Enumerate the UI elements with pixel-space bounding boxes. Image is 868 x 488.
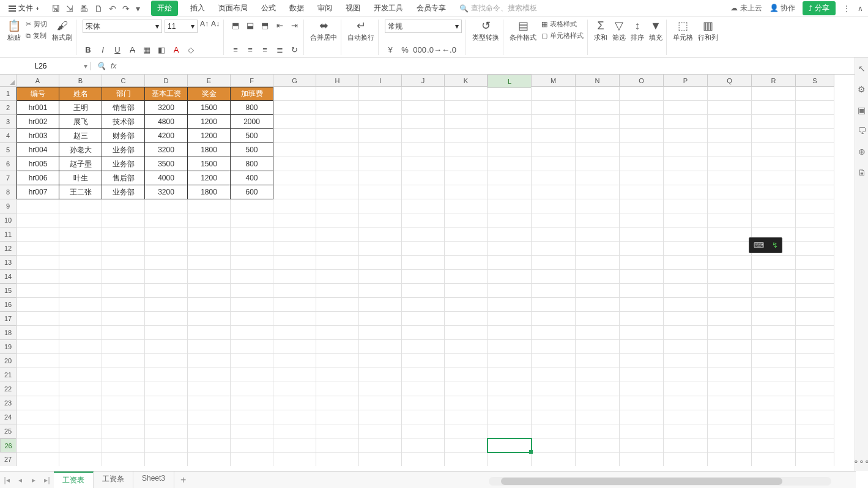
cell-M16[interactable] — [532, 298, 576, 312]
cell-I6[interactable] — [359, 157, 402, 171]
cell-E21[interactable] — [188, 368, 231, 382]
cell-R22[interactable] — [752, 382, 796, 396]
cell-K26[interactable] — [445, 438, 488, 453]
cell-D1[interactable]: 基本工资 — [145, 87, 188, 101]
cell-S23[interactable] — [796, 396, 834, 410]
cell-A7[interactable]: hr006 — [17, 171, 59, 185]
cell-N13[interactable] — [576, 256, 620, 270]
row-header-23[interactable]: 23 — [0, 396, 17, 410]
cell-B1[interactable]: 姓名 — [59, 87, 102, 101]
cell-O27[interactable] — [620, 453, 664, 466]
cell-S3[interactable] — [796, 115, 834, 129]
cell-G9[interactable] — [273, 199, 316, 213]
cell-S11[interactable] — [796, 227, 834, 242]
cell-D27[interactable] — [145, 453, 188, 466]
align-right-icon[interactable]: ≡ — [259, 44, 270, 55]
row-header-14[interactable]: 14 — [0, 270, 17, 284]
cell-F4[interactable]: 500 — [231, 129, 273, 143]
cell-I17[interactable] — [359, 312, 402, 326]
cell-G8[interactable] — [273, 185, 316, 199]
tab-开始[interactable]: 开始 — [151, 1, 178, 16]
cell-K3[interactable] — [445, 115, 488, 129]
col-header-I[interactable]: I — [359, 75, 402, 87]
cell-P16[interactable] — [664, 298, 708, 312]
cell-D25[interactable] — [145, 424, 188, 438]
cell-B23[interactable] — [59, 396, 102, 410]
cell-G7[interactable] — [273, 171, 316, 185]
cell-Q27[interactable] — [708, 453, 752, 466]
cell-A22[interactable] — [17, 382, 59, 396]
cell-F25[interactable] — [231, 424, 273, 438]
tab-视图[interactable]: 视图 — [344, 1, 362, 16]
cell-B20[interactable] — [59, 354, 102, 368]
cell-I7[interactable] — [359, 171, 402, 185]
cell-C12[interactable] — [102, 242, 145, 256]
cell-B9[interactable] — [59, 199, 102, 213]
collab-button[interactable]: 👤 协作 — [770, 3, 795, 13]
cell-C5[interactable]: 业务部 — [102, 143, 145, 157]
cell-F27[interactable] — [231, 453, 273, 466]
cell-L6[interactable] — [488, 157, 532, 171]
number-format-select[interactable]: 常规▾ — [385, 20, 462, 33]
cell-K12[interactable] — [445, 242, 488, 256]
cell-J4[interactable] — [402, 129, 445, 143]
cell-M19[interactable] — [532, 340, 576, 354]
cell-H10[interactable] — [316, 213, 359, 227]
cell-K19[interactable] — [445, 340, 488, 354]
fill-color-button[interactable]: ◧ — [156, 44, 167, 55]
cell-Q24[interactable] — [708, 410, 752, 424]
cell-S21[interactable] — [796, 368, 834, 382]
cell-H7[interactable] — [316, 171, 359, 185]
cell-O9[interactable] — [620, 199, 664, 213]
cell-N14[interactable] — [576, 270, 620, 284]
cell-C2[interactable]: 销售部 — [102, 101, 145, 115]
cell-G2[interactable] — [273, 101, 316, 115]
cell-O22[interactable] — [620, 382, 664, 396]
cell-P15[interactable] — [664, 284, 708, 298]
cell-B4[interactable]: 赵三 — [59, 129, 102, 143]
cell-S17[interactable] — [796, 312, 834, 326]
cell-B24[interactable] — [59, 410, 102, 424]
cell-F23[interactable] — [231, 396, 273, 410]
cell-I14[interactable] — [359, 270, 402, 284]
cell-M14[interactable] — [532, 270, 576, 284]
cell-J9[interactable] — [402, 199, 445, 213]
cell-O6[interactable] — [620, 157, 664, 171]
cell-B3[interactable]: 展飞 — [59, 115, 102, 129]
cell-R4[interactable] — [752, 129, 796, 143]
expand-fbar-icon[interactable]: 🔍 — [97, 62, 106, 70]
cell-M26[interactable] — [532, 438, 576, 453]
cell-A1[interactable]: 编号 — [17, 87, 59, 101]
cell-H11[interactable] — [316, 227, 359, 242]
name-box-input[interactable] — [0, 62, 81, 70]
cell-D9[interactable] — [145, 199, 188, 213]
cell-D26[interactable] — [145, 438, 188, 453]
cell-Q26[interactable] — [708, 438, 752, 453]
cell-A20[interactable] — [17, 354, 59, 368]
cell-H20[interactable] — [316, 354, 359, 368]
sheet-prev-icon[interactable]: ◂ — [13, 476, 27, 484]
cell-Q3[interactable] — [708, 115, 752, 129]
cell-K22[interactable] — [445, 382, 488, 396]
cell-E17[interactable] — [188, 312, 231, 326]
cell-F10[interactable] — [231, 213, 273, 227]
cell-B10[interactable] — [59, 213, 102, 227]
cell-P2[interactable] — [664, 101, 708, 115]
row-header-11[interactable]: 11 — [0, 227, 17, 242]
col-header-O[interactable]: O — [620, 75, 664, 87]
col-header-C[interactable]: C — [102, 75, 145, 87]
cell-F14[interactable] — [231, 270, 273, 284]
cell-B17[interactable] — [59, 312, 102, 326]
cell-A12[interactable] — [17, 242, 59, 256]
cell-M2[interactable] — [532, 101, 576, 115]
cell-S26[interactable] — [796, 438, 834, 453]
row-header-10[interactable]: 10 — [0, 213, 17, 227]
cell-B27[interactable] — [59, 453, 102, 466]
cell-L1[interactable] — [488, 87, 532, 101]
cell-D16[interactable] — [145, 298, 188, 312]
cell-N18[interactable] — [576, 326, 620, 340]
cell-J14[interactable] — [402, 270, 445, 284]
col-header-F[interactable]: F — [231, 75, 273, 87]
sheet-last-icon[interactable]: ▸| — [40, 476, 54, 484]
panel-icon[interactable]: ▣ — [858, 105, 866, 115]
